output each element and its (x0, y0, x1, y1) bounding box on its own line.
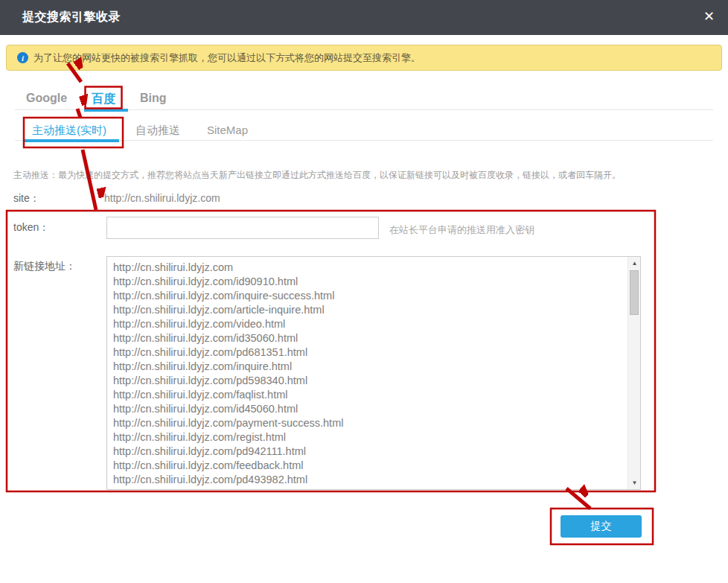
tab-bing[interactable]: Bing (140, 92, 167, 105)
token-hint: 在站长平台申请的推送用准入密钥 (389, 223, 534, 237)
link-url: http://cn.shilirui.ldyjz.com/id90910.htm… (113, 275, 627, 289)
annotation-arrow-to-submit (566, 488, 590, 509)
link-url: http://cn.shilirui.ldyjz.com/article-inq… (113, 303, 627, 317)
link-url: http://cn.shilirui.ldyjz.com/pd493982.ht… (113, 473, 627, 487)
link-url: http://cn.shilirui.ldyjz.com/pd598340.ht… (113, 374, 627, 388)
new-links-label: 新链接地址： (13, 260, 76, 273)
dialog-title: 提交搜索引擎收录 (22, 10, 121, 25)
token-input[interactable] (106, 217, 379, 239)
tab-auto-push[interactable]: 自动推送 (135, 124, 180, 138)
info-icon: i (17, 52, 28, 63)
link-url: http://cn.shilirui.ldyjz.com/inquire-suc… (113, 289, 627, 303)
scrollbar-thumb[interactable] (630, 270, 639, 315)
scrollbar-down-icon[interactable]: ▼ (628, 477, 641, 489)
link-url: http://cn.shilirui.ldyjz.com/pd942111.ht… (113, 445, 627, 459)
textarea-scrollbar[interactable]: ▲ ▼ (628, 257, 640, 489)
link-url: http://cn.shilirui.ldyjz.com/feedback.ht… (113, 459, 627, 473)
info-banner-content: i 为了让您的网站更快的被搜索引擎抓取，您可以通过以下方式将您的网站提交至搜索引… (17, 45, 421, 70)
tab-baidu[interactable]: 百度 (92, 92, 115, 107)
tab-active-push-realtime[interactable]: 主动推送(实时) (32, 124, 106, 138)
tab-baidu-active-underline (84, 109, 128, 112)
link-url: http://cn.shilirui.ldyjz.com/video.html (113, 317, 627, 331)
method-tabs-divider (15, 140, 713, 141)
new-links-textarea[interactable]: http://cn.shilirui.ldyjz.com http://cn.s… (106, 256, 641, 490)
info-banner: i 为了让您的网站更快的被搜索引擎抓取，您可以通过以下方式将您的网站提交至搜索引… (6, 45, 722, 71)
link-url: http://cn.shilirui.ldyjz.com (113, 261, 627, 275)
link-url: http://cn.shilirui.ldyjz.com/faqlist.htm… (113, 388, 627, 402)
new-links-content: http://cn.shilirui.ldyjz.com http://cn.s… (113, 261, 627, 489)
site-value: http://cn.shilirui.ldyjz.com (104, 192, 220, 204)
submit-search-engine-dialog: 提交搜索引擎收录 ✕ i 为了让您的网站更快的被搜索引擎抓取，您可以通过以下方式… (0, 0, 728, 583)
token-label: token： (13, 221, 49, 235)
tab-sitemap[interactable]: SiteMap (207, 124, 248, 136)
info-banner-text: 为了让您的网站更快的被搜索引擎抓取，您可以通过以下方式将您的网站提交至搜索引擎。 (33, 51, 421, 65)
link-url: http://cn.shilirui.ldyjz.com/id942111.ht… (113, 487, 627, 489)
link-url: http://cn.shilirui.ldyjz.com/id45060.htm… (113, 402, 627, 416)
close-icon[interactable]: ✕ (703, 8, 715, 25)
link-url: http://cn.shilirui.ldyjz.com/payment-suc… (113, 416, 627, 430)
site-label: site： (13, 192, 40, 206)
dialog-header: 提交搜索引擎收录 ✕ (0, 0, 728, 35)
method-description: 主动推送：最为快速的提交方式，推荐您将站点当天新产出链接立即通过此方式推送给百度… (13, 169, 713, 182)
scrollbar-up-icon[interactable]: ▲ (628, 257, 641, 270)
link-url: http://cn.shilirui.ldyjz.com/inquire.htm… (113, 360, 627, 374)
submit-button[interactable]: 提交 (561, 515, 642, 538)
tab-active-push-underline (24, 139, 119, 142)
tab-google[interactable]: Google (26, 92, 67, 105)
link-url: http://cn.shilirui.ldyjz.com/id35060.htm… (113, 331, 627, 345)
link-url: http://cn.shilirui.ldyjz.com/regist.html (113, 430, 627, 445)
link-url: http://cn.shilirui.ldyjz.com/pd681351.ht… (113, 345, 627, 360)
